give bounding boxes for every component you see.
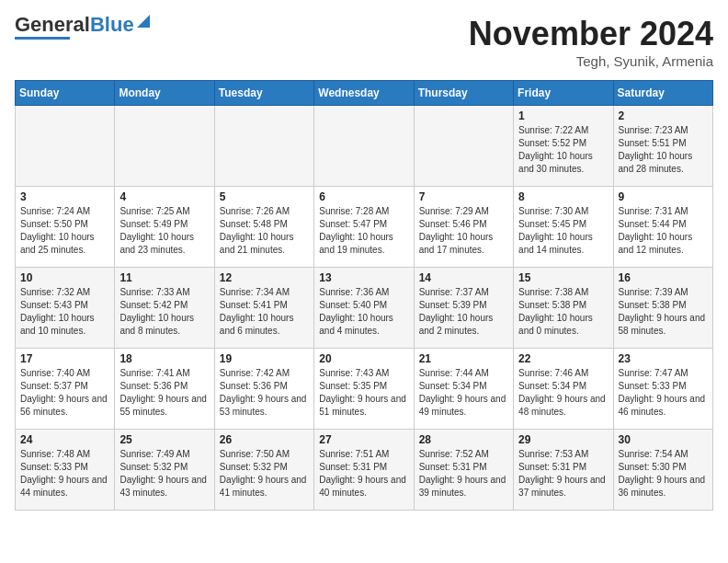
day-info: Sunrise: 7:29 AM Sunset: 5:46 PM Dayligh… — [419, 205, 508, 257]
calendar-cell: 19Sunrise: 7:42 AM Sunset: 5:36 PM Dayli… — [214, 349, 313, 430]
calendar-cell: 17Sunrise: 7:40 AM Sunset: 5:37 PM Dayli… — [16, 349, 115, 430]
day-number: 4 — [119, 190, 209, 203]
day-number: 15 — [518, 271, 608, 284]
weekday-header-monday: Monday — [115, 81, 214, 106]
calendar-cell: 26Sunrise: 7:50 AM Sunset: 5:32 PM Dayli… — [214, 430, 313, 511]
calendar-cell: 16Sunrise: 7:39 AM Sunset: 5:38 PM Dayli… — [613, 268, 712, 349]
calendar-cell: 1Sunrise: 7:22 AM Sunset: 5:52 PM Daylig… — [514, 106, 613, 187]
day-info: Sunrise: 7:48 AM Sunset: 5:33 PM Dayligh… — [20, 448, 109, 500]
day-info: Sunrise: 7:54 AM Sunset: 5:30 PM Dayligh… — [619, 448, 708, 500]
logo-line — [15, 37, 70, 40]
day-number: 30 — [619, 433, 708, 446]
day-info: Sunrise: 7:38 AM Sunset: 5:38 PM Dayligh… — [518, 286, 608, 338]
day-number: 11 — [119, 271, 209, 284]
day-info: Sunrise: 7:25 AM Sunset: 5:49 PM Dayligh… — [119, 205, 209, 257]
calendar-cell: 5Sunrise: 7:26 AM Sunset: 5:48 PM Daylig… — [214, 187, 313, 268]
calendar-cell: 7Sunrise: 7:29 AM Sunset: 5:46 PM Daylig… — [414, 187, 513, 268]
day-info: Sunrise: 7:24 AM Sunset: 5:50 PM Dayligh… — [20, 205, 109, 257]
day-number: 19 — [220, 352, 309, 365]
calendar-cell — [16, 106, 115, 187]
calendar-cell: 10Sunrise: 7:32 AM Sunset: 5:43 PM Dayli… — [16, 268, 115, 349]
day-number: 13 — [319, 271, 408, 284]
calendar-cell: 23Sunrise: 7:47 AM Sunset: 5:33 PM Dayli… — [613, 349, 712, 430]
day-info: Sunrise: 7:46 AM Sunset: 5:34 PM Dayligh… — [518, 367, 608, 419]
calendar-cell: 2Sunrise: 7:23 AM Sunset: 5:51 PM Daylig… — [613, 106, 712, 187]
day-info: Sunrise: 7:33 AM Sunset: 5:42 PM Dayligh… — [119, 286, 209, 338]
day-info: Sunrise: 7:47 AM Sunset: 5:33 PM Dayligh… — [619, 367, 708, 419]
calendar-cell: 14Sunrise: 7:37 AM Sunset: 5:39 PM Dayli… — [414, 268, 513, 349]
weekday-header-sunday: Sunday — [16, 81, 115, 106]
month-title: November 2024 — [469, 15, 713, 53]
day-number: 10 — [20, 271, 109, 284]
calendar-table: SundayMondayTuesdayWednesdayThursdayFrid… — [15, 80, 713, 511]
calendar-cell — [414, 106, 513, 187]
day-info: Sunrise: 7:28 AM Sunset: 5:47 PM Dayligh… — [319, 205, 408, 257]
day-info: Sunrise: 7:23 AM Sunset: 5:51 PM Dayligh… — [619, 124, 708, 176]
day-info: Sunrise: 7:44 AM Sunset: 5:34 PM Dayligh… — [419, 367, 508, 419]
calendar-cell: 8Sunrise: 7:30 AM Sunset: 5:45 PM Daylig… — [514, 187, 613, 268]
day-number: 14 — [419, 271, 508, 284]
day-number: 18 — [119, 352, 209, 365]
day-number: 17 — [20, 352, 109, 365]
page-header: GeneralBlue November 2024 Tegh, Syunik, … — [15, 15, 713, 69]
calendar-cell: 4Sunrise: 7:25 AM Sunset: 5:49 PM Daylig… — [115, 187, 214, 268]
day-number: 21 — [419, 352, 508, 365]
day-number: 2 — [619, 109, 708, 122]
day-info: Sunrise: 7:49 AM Sunset: 5:32 PM Dayligh… — [119, 448, 209, 500]
day-number: 25 — [119, 433, 209, 446]
day-number: 29 — [518, 433, 608, 446]
day-number: 28 — [419, 433, 508, 446]
calendar-cell: 12Sunrise: 7:34 AM Sunset: 5:41 PM Dayli… — [214, 268, 313, 349]
day-info: Sunrise: 7:32 AM Sunset: 5:43 PM Dayligh… — [20, 286, 109, 338]
calendar-cell: 18Sunrise: 7:41 AM Sunset: 5:36 PM Dayli… — [115, 349, 214, 430]
calendar-cell: 28Sunrise: 7:52 AM Sunset: 5:31 PM Dayli… — [414, 430, 513, 511]
day-number: 23 — [619, 352, 708, 365]
calendar-cell: 11Sunrise: 7:33 AM Sunset: 5:42 PM Dayli… — [115, 268, 214, 349]
calendar-cell — [115, 106, 214, 187]
day-info: Sunrise: 7:39 AM Sunset: 5:38 PM Dayligh… — [619, 286, 708, 338]
calendar-cell — [314, 106, 414, 187]
calendar-cell: 15Sunrise: 7:38 AM Sunset: 5:38 PM Dayli… — [514, 268, 613, 349]
calendar-cell: 20Sunrise: 7:43 AM Sunset: 5:35 PM Dayli… — [314, 349, 414, 430]
day-info: Sunrise: 7:43 AM Sunset: 5:35 PM Dayligh… — [319, 367, 408, 419]
day-info: Sunrise: 7:53 AM Sunset: 5:31 PM Dayligh… — [518, 448, 608, 500]
location: Tegh, Syunik, Armenia — [469, 53, 713, 69]
calendar-cell: 30Sunrise: 7:54 AM Sunset: 5:30 PM Dayli… — [613, 430, 712, 511]
day-number: 1 — [518, 109, 608, 122]
calendar-cell: 9Sunrise: 7:31 AM Sunset: 5:44 PM Daylig… — [613, 187, 712, 268]
logo-blue: Blue — [90, 13, 134, 36]
calendar-cell: 21Sunrise: 7:44 AM Sunset: 5:34 PM Dayli… — [414, 349, 513, 430]
logo-text: GeneralBlue — [15, 15, 134, 35]
calendar-cell: 25Sunrise: 7:49 AM Sunset: 5:32 PM Dayli… — [115, 430, 214, 511]
day-info: Sunrise: 7:34 AM Sunset: 5:41 PM Dayligh… — [220, 286, 309, 338]
day-number: 7 — [419, 190, 508, 203]
day-number: 20 — [319, 352, 408, 365]
week-row-4: 17Sunrise: 7:40 AM Sunset: 5:37 PM Dayli… — [16, 349, 713, 430]
calendar-body: 1Sunrise: 7:22 AM Sunset: 5:52 PM Daylig… — [16, 106, 713, 511]
logo: GeneralBlue — [15, 15, 150, 40]
logo-triangle-icon — [137, 15, 150, 31]
day-info: Sunrise: 7:41 AM Sunset: 5:36 PM Dayligh… — [119, 367, 209, 419]
day-info: Sunrise: 7:40 AM Sunset: 5:37 PM Dayligh… — [20, 367, 109, 419]
day-info: Sunrise: 7:30 AM Sunset: 5:45 PM Dayligh… — [518, 205, 608, 257]
day-number: 3 — [20, 190, 109, 203]
day-info: Sunrise: 7:22 AM Sunset: 5:52 PM Dayligh… — [518, 124, 608, 176]
day-number: 12 — [220, 271, 309, 284]
calendar-cell — [214, 106, 313, 187]
weekday-header-row: SundayMondayTuesdayWednesdayThursdayFrid… — [16, 81, 713, 106]
day-info: Sunrise: 7:52 AM Sunset: 5:31 PM Dayligh… — [419, 448, 508, 500]
day-number: 22 — [518, 352, 608, 365]
weekday-header-thursday: Thursday — [414, 81, 513, 106]
weekday-header-saturday: Saturday — [613, 81, 712, 106]
day-number: 9 — [619, 190, 708, 203]
calendar-cell: 22Sunrise: 7:46 AM Sunset: 5:34 PM Dayli… — [514, 349, 613, 430]
day-info: Sunrise: 7:31 AM Sunset: 5:44 PM Dayligh… — [619, 205, 708, 257]
day-number: 16 — [619, 271, 708, 284]
week-row-3: 10Sunrise: 7:32 AM Sunset: 5:43 PM Dayli… — [16, 268, 713, 349]
calendar-cell: 27Sunrise: 7:51 AM Sunset: 5:31 PM Dayli… — [314, 430, 414, 511]
calendar-cell: 13Sunrise: 7:36 AM Sunset: 5:40 PM Dayli… — [314, 268, 414, 349]
calendar-cell: 6Sunrise: 7:28 AM Sunset: 5:47 PM Daylig… — [314, 187, 414, 268]
day-number: 8 — [518, 190, 608, 203]
weekday-header-wednesday: Wednesday — [314, 81, 414, 106]
week-row-2: 3Sunrise: 7:24 AM Sunset: 5:50 PM Daylig… — [16, 187, 713, 268]
